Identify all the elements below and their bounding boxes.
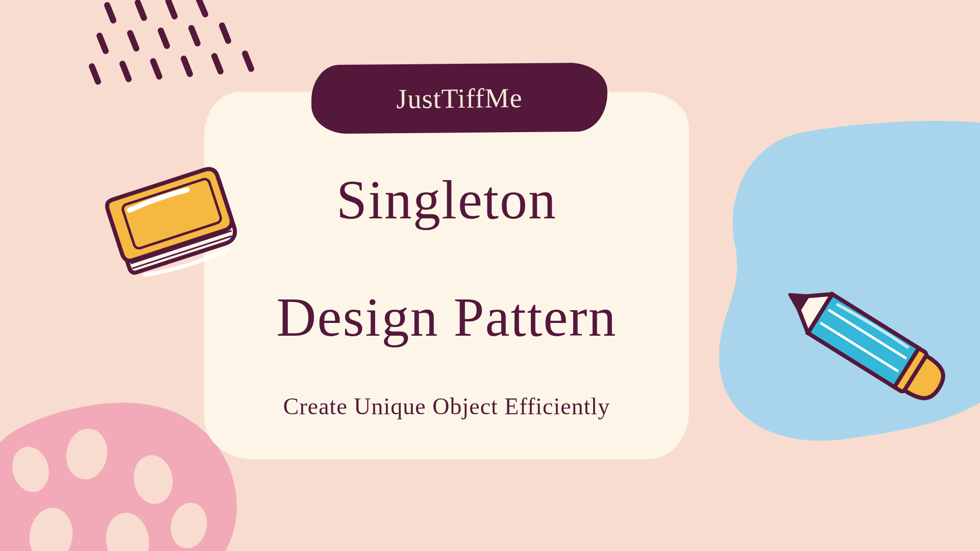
svg-line-12 [161, 31, 167, 46]
svg-line-18 [184, 59, 190, 74]
subtitle: Create Unique Object Efficiently [204, 393, 689, 420]
svg-line-11 [130, 33, 136, 48]
svg-line-6 [107, 5, 113, 20]
book-icon [94, 143, 258, 301]
svg-line-15 [92, 66, 98, 82]
svg-line-13 [191, 28, 198, 43]
svg-line-10 [100, 36, 106, 51]
dash-pattern-icon [82, 0, 286, 102]
slide-canvas: JustTiffMe Singleton Design Pattern Crea… [0, 0, 980, 551]
pencil-icon [743, 268, 967, 421]
svg-line-16 [122, 64, 129, 79]
title-line-2: Design Pattern [204, 286, 689, 349]
svg-line-19 [214, 56, 220, 71]
title-line-1: Singleton [204, 168, 689, 232]
brand-badge-label: JustTiffMe [396, 82, 523, 114]
svg-line-20 [245, 54, 251, 69]
svg-line-8 [168, 1, 175, 16]
svg-line-7 [138, 3, 144, 18]
svg-line-14 [222, 26, 228, 41]
svg-line-17 [153, 61, 159, 77]
brand-badge: JustTiffMe [311, 62, 607, 134]
svg-line-9 [199, 0, 205, 14]
